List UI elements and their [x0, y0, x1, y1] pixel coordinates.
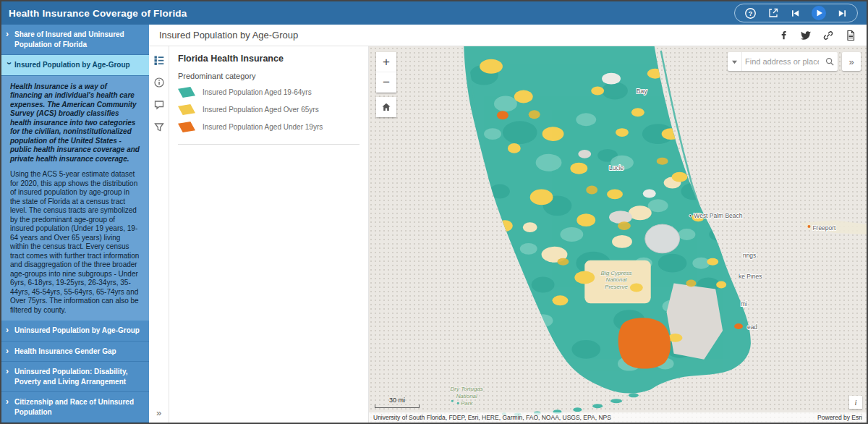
legend-item-label: Insured Population Aged 19-64yrs: [203, 88, 312, 96]
main-area: Insured Population by Age-Group: [149, 25, 867, 423]
park-label: National: [605, 277, 626, 284]
legend-widget: Florida Health Insurance Predominant cat…: [178, 53, 359, 145]
legend-subtitle: Predominant category: [178, 72, 359, 80]
scale-bracket: [375, 404, 420, 408]
legend-tab-button[interactable]: [153, 54, 165, 66]
sidebar-item-citizenship-race[interactable]: › Citizenship and Race of Uninsured Popu…: [1, 392, 149, 423]
header-controls: ?: [734, 4, 858, 22]
info-tab-button[interactable]: [153, 77, 165, 88]
export-icon: [767, 7, 779, 19]
map-label: ke Pines: [739, 273, 762, 280]
legend-item-label: Insured Population Aged Over 65yrs: [203, 106, 319, 114]
map-label: Freeport: [812, 224, 836, 232]
info-icon: [153, 77, 165, 88]
attribution-info-button[interactable]: i: [849, 396, 862, 409]
sidebar-item-gender-gap[interactable]: › Health Insurance Gender Gap: [1, 342, 149, 362]
description-intro: Health Insurance is a way of financing a…: [10, 82, 140, 164]
export-button[interactable]: [767, 7, 779, 19]
panel-collapse-button[interactable]: »: [149, 407, 169, 418]
chevron-right-icon: ›: [6, 347, 12, 355]
caret-down-icon: [731, 59, 738, 64]
home-button[interactable]: [376, 97, 396, 117]
main-header: Insured Population by Age-Group: [149, 25, 867, 46]
sidebar-item-disability-poverty[interactable]: › Uninsured Population: Disability, Pove…: [1, 362, 149, 392]
park-label: Big Cypress: [601, 270, 632, 276]
copy-link-button[interactable]: [822, 30, 834, 41]
map-label: ead: [747, 323, 757, 331]
florida-map: Bay Lucie West Palm Beach Freeport rings…: [369, 46, 867, 423]
facebook-icon: [778, 30, 789, 41]
comment-tab-button[interactable]: [153, 99, 165, 111]
facebook-share-button[interactable]: [778, 30, 789, 41]
map-label: rings: [743, 252, 756, 259]
park-label: Dry Tortugas: [451, 386, 483, 392]
sidebar-description: Health Insurance is a way of financing a…: [1, 76, 149, 321]
play-button[interactable]: [812, 6, 826, 20]
share-buttons: [778, 30, 856, 41]
speech-bubble-icon: [153, 99, 165, 111]
legend-swatch-orange: [178, 122, 195, 132]
app-window: Health Insurance Coverage of Florida ?: [0, 0, 868, 424]
legend-swatch-yellow: [178, 104, 195, 115]
description-body: Using the ACS 5-year estimate dataset fo…: [10, 170, 140, 315]
export-pdf-button[interactable]: [845, 30, 856, 41]
park-label: National: [456, 393, 477, 399]
legend-item: Insured Population Aged Under 19yrs: [178, 122, 359, 132]
app-header: Health Insurance Coverage of Florida ?: [1, 1, 867, 25]
skip-previous-icon: [790, 8, 801, 19]
app-title: Health Insurance Coverage of Florida: [9, 8, 187, 19]
question-circle-icon: ?: [744, 7, 757, 20]
svg-text:?: ?: [749, 9, 753, 17]
map-label: mi: [741, 300, 747, 308]
sidebar-item-label: Health Insurance Gender Gap: [14, 347, 116, 357]
attribution-bar: University of South Florida, FDEP, Esri,…: [369, 412, 867, 423]
skip-previous-button[interactable]: [790, 8, 801, 19]
park-label: Park: [461, 400, 473, 407]
pdf-icon: [845, 30, 856, 41]
map-expand-button[interactable]: »: [842, 52, 861, 71]
legend-title: Florida Health Insurance: [178, 54, 359, 64]
zoom-out-button[interactable]: −: [376, 72, 396, 93]
chevron-right-icon: ›: [6, 367, 12, 376]
attribution-text: University of South Florida, FDEP, Esri,…: [373, 414, 611, 421]
home-icon: [380, 101, 392, 113]
map-label: West Palm Beach: [694, 212, 742, 219]
chevron-down-icon: ›: [5, 62, 14, 68]
sidebar-item-label: Uninsured Population by Age-Group: [14, 326, 140, 336]
search-icon: [825, 56, 835, 67]
legend-item: Insured Population Aged Over 65yrs: [178, 104, 359, 115]
zoom-in-button[interactable]: +: [376, 52, 396, 72]
park-label: Preserve: [605, 284, 628, 290]
sidebar-item-label: Citizenship and Race of Uninsured Popula…: [14, 397, 146, 417]
panel-tool-strip: »: [149, 46, 169, 423]
map-canvas[interactable]: Bay Lucie West Palm Beach Freeport rings…: [369, 46, 867, 423]
powered-by-esri-link[interactable]: Powered by Esri: [817, 414, 862, 421]
sidebar-item-label: Share of Insured and Uninsured Populatio…: [14, 30, 146, 49]
chevron-right-icon: ›: [6, 397, 12, 406]
sidebar-item-share-insured-uninsured[interactable]: › Share of Insured and Uninsured Populat…: [1, 25, 149, 55]
filter-tab-button[interactable]: [153, 122, 165, 133]
search-source-dropdown[interactable]: [728, 52, 742, 71]
sidebar-item-insured-by-age[interactable]: › Insured Population by Age-Group: [1, 55, 149, 76]
sidebar: › Share of Insured and Uninsured Populat…: [1, 25, 149, 423]
legend-swatch-teal: [178, 87, 195, 98]
link-icon: [822, 30, 834, 41]
sidebar-item-label: Uninsured Population: Disability, Povert…: [14, 367, 146, 386]
sidebar-item-label: Insured Population by Age-Group: [14, 60, 130, 70]
help-button[interactable]: ?: [744, 7, 757, 20]
skip-next-button[interactable]: [837, 8, 848, 19]
search-widget: »: [728, 52, 861, 71]
search-box: [728, 52, 838, 71]
legend-item: Insured Population Aged 19-64yrs: [178, 87, 359, 98]
twitter-share-button[interactable]: [800, 30, 812, 41]
skip-next-icon: [837, 8, 848, 19]
scale-bar: 30 mi: [375, 397, 420, 408]
legend-icon: [153, 54, 165, 66]
sidebar-item-uninsured-by-age[interactable]: › Uninsured Population by Age-Group: [1, 321, 149, 342]
map-label: Bay: [637, 88, 647, 96]
filter-icon: [153, 122, 165, 133]
legend-item-label: Insured Population Aged Under 19yrs: [203, 123, 323, 131]
search-input[interactable]: [742, 57, 822, 66]
search-submit-button[interactable]: [822, 52, 838, 71]
legend-panel: Florida Health Insurance Predominant cat…: [169, 46, 369, 423]
